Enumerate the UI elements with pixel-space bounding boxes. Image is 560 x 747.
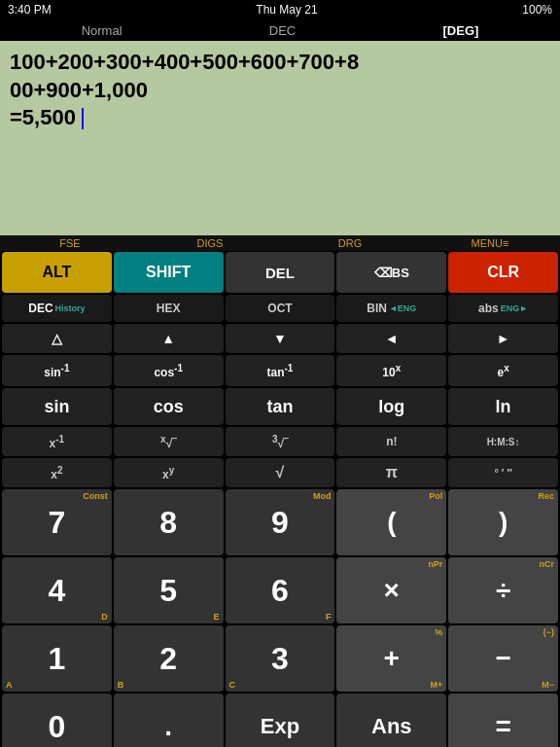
xrt-y-button[interactable]: x√‾ — [114, 427, 224, 456]
ans-button[interactable]: Ans History — [336, 694, 446, 747]
row-alt-shift: ALT SHIFT DEL ⌫BS CLR — [0, 251, 560, 294]
arrow-up-outline-button[interactable]: △ — [2, 324, 112, 353]
top-labels-row: FSE DIGS DRG MENU≡ — [0, 235, 560, 251]
row-trig: sin cos tan log ln — [0, 387, 560, 426]
minus-button[interactable]: − (−) M− — [448, 625, 558, 692]
row-special2: x2 xy √ π ° ′ ″ — [0, 457, 560, 488]
arrow-right-button[interactable]: ► — [448, 324, 558, 353]
deg-min-sec-button[interactable]: ° ′ ″ — [448, 458, 558, 487]
close-paren-button[interactable]: ) Rec — [448, 489, 558, 555]
row-arrows: △ ▲ ▼ ◄ ► — [0, 323, 560, 354]
row-123: 1 A 2 B 3 C + % M+ − (−) M− — [0, 624, 560, 693]
dec-mode-button[interactable]: DEC History — [2, 295, 112, 322]
n-fact-button[interactable]: n! — [336, 427, 446, 456]
seven-button[interactable]: 7 Const — [2, 489, 112, 555]
status-time: 3:40 PM — [8, 3, 52, 17]
divide-button[interactable]: ÷ nCr — [448, 557, 558, 623]
tan-button[interactable]: tan — [226, 388, 335, 425]
calc-area: FSE DIGS DRG MENU≡ ALT SHIFT DEL ⌫BS CLR… — [0, 235, 560, 747]
eight-button[interactable]: 8 — [114, 489, 224, 555]
hms-button[interactable]: H:M:S↕ — [448, 427, 558, 456]
x-sq-button[interactable]: x2 — [2, 458, 112, 487]
mode-dec: DEC — [269, 23, 296, 38]
cbrt-button[interactable]: 3√‾ — [226, 427, 335, 456]
row-last: 0 MC . M Exp MR Ans History = — [0, 693, 560, 747]
one-button[interactable]: 1 A — [2, 625, 112, 692]
oct-button[interactable]: OCT — [226, 295, 335, 322]
display-expression: 100+200+300+400+500+600+700+800+900+1,00… — [10, 50, 359, 129]
pi-button[interactable]: π — [336, 458, 446, 487]
x-y-button[interactable]: xy — [114, 458, 224, 487]
multiply-button[interactable]: × nPr — [336, 557, 446, 623]
log-button[interactable]: log — [336, 388, 446, 425]
ten-x-button[interactable]: 10x — [336, 355, 446, 386]
row-456: 4 D 5 E 6 F × nPr ÷ nCr — [0, 556, 560, 624]
plus-button[interactable]: + % M+ — [336, 625, 446, 692]
row-special: x-1 x√‾ 3√‾ n! H:M:S↕ — [0, 426, 560, 457]
mode-bar: Normal DEC [DEG] — [0, 19, 560, 41]
arrow-down-button[interactable]: ▼ — [226, 324, 335, 353]
four-button[interactable]: 4 D — [2, 557, 112, 623]
six-button[interactable]: 6 F — [226, 557, 335, 623]
alt-button[interactable]: ALT — [2, 252, 112, 293]
bs-button[interactable]: ⌫BS — [336, 252, 446, 293]
open-paren-button[interactable]: ( Pol — [336, 489, 446, 555]
cursor — [82, 108, 84, 129]
dot-button[interactable]: . M — [114, 694, 224, 747]
row-789: 7 Const 8 9 Mod ( Pol ) Rec — [0, 488, 560, 556]
drg-label[interactable]: DRG — [280, 237, 420, 249]
bin-button[interactable]: BIN ◄ENG — [336, 295, 446, 322]
clr-button[interactable]: CLR — [448, 252, 558, 293]
shift-button[interactable]: SHIFT — [114, 252, 224, 293]
del-button[interactable]: DEL — [226, 252, 335, 293]
cos-inv-button[interactable]: cos-1 — [114, 355, 224, 386]
digs-label[interactable]: DIGS — [140, 237, 280, 249]
ln-button[interactable]: ln — [448, 388, 558, 425]
arrow-up-button[interactable]: ▲ — [114, 324, 224, 353]
display: 100+200+300+400+500+600+700+800+900+1,00… — [0, 41, 560, 235]
equals-button[interactable]: = — [448, 694, 558, 747]
abs-button[interactable]: abs ENG► — [448, 295, 558, 322]
sin-button[interactable]: sin — [2, 388, 112, 425]
status-battery: 100% — [522, 3, 552, 17]
five-button[interactable]: 5 E — [114, 557, 224, 623]
tan-inv-button[interactable]: tan-1 — [226, 355, 335, 386]
row-mode: DEC History HEX OCT BIN ◄ENG abs ENG► — [0, 294, 560, 323]
exp-button[interactable]: Exp MR — [226, 694, 335, 747]
x-inv-button[interactable]: x-1 — [2, 427, 112, 456]
cos-button[interactable]: cos — [114, 388, 224, 425]
e-x-button[interactable]: ex — [448, 355, 558, 386]
mode-normal: Normal — [82, 23, 122, 38]
hex-button[interactable]: HEX — [114, 295, 224, 322]
menu-label[interactable]: MENU≡ — [420, 237, 560, 249]
fse-label[interactable]: FSE — [0, 237, 140, 249]
three-button[interactable]: 3 C — [226, 625, 335, 692]
row-inv-trig: sin-1 cos-1 tan-1 10x ex — [0, 354, 560, 387]
status-bar: 3:40 PM Thu May 21 100% — [0, 0, 560, 19]
status-day: Thu May 21 — [256, 3, 317, 17]
display-text: 100+200+300+400+500+600+700+800+900+1,00… — [10, 49, 550, 132]
zero-button[interactable]: 0 MC — [2, 694, 112, 747]
arrow-left-button[interactable]: ◄ — [336, 324, 446, 353]
nine-button[interactable]: 9 Mod — [226, 489, 335, 555]
mode-deg: [DEG] — [443, 23, 479, 38]
sin-inv-button[interactable]: sin-1 — [2, 355, 112, 386]
sqrt-button[interactable]: √ — [226, 458, 335, 487]
two-button[interactable]: 2 B — [114, 625, 224, 692]
